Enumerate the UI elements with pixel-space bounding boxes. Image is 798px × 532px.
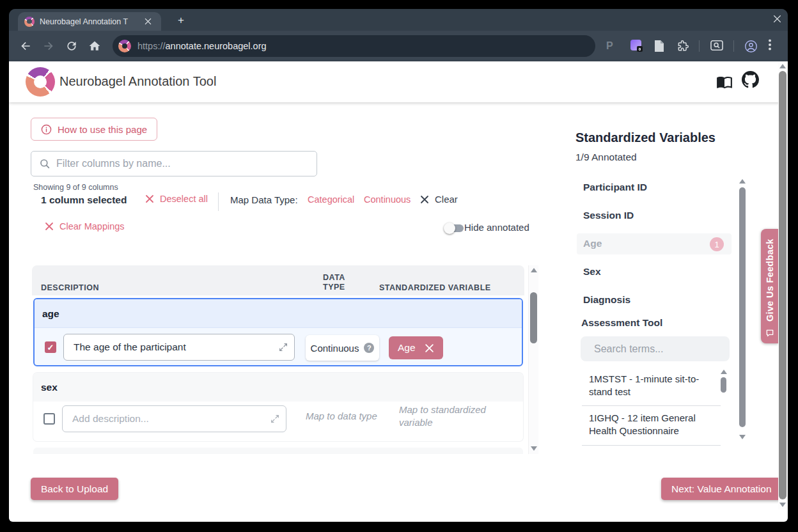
scroll-up-arrow[interactable] (721, 370, 727, 374)
scroll-up-arrow[interactable] (779, 64, 786, 68)
scroll-down-arrow[interactable] (531, 446, 537, 451)
info-icon (41, 124, 52, 135)
next-value-annotation-button[interactable]: Next: Value Annotation (661, 478, 782, 500)
url-bar[interactable]: https://annotate.neurobagel.org (113, 35, 595, 57)
row-sex-name: sex (41, 382, 58, 393)
continuous-button[interactable]: Continuous (364, 194, 411, 205)
term-item-1ighq[interactable]: 1IGHQ - 12 item General Health Questionn… (589, 412, 721, 437)
table-row-sex[interactable]: sex Map to data type Map to standardized… (33, 373, 523, 441)
row-age-header (35, 299, 522, 328)
extension-shield-icon[interactable] (630, 40, 643, 52)
feedback-bubble-icon (765, 329, 774, 338)
deselect-all-button[interactable]: Deselect all (145, 194, 208, 204)
categorical-button[interactable]: Categorical (308, 194, 354, 205)
divider (582, 445, 721, 446)
row-sex-header (33, 373, 523, 402)
expand-icon[interactable] (270, 414, 280, 424)
terms-search-field[interactable] (581, 336, 730, 361)
scroll-up-arrow[interactable] (739, 179, 746, 184)
toolbar-divider (699, 40, 700, 52)
row-age-variable-chip[interactable]: Age (389, 336, 443, 359)
divider (218, 192, 219, 211)
col-description: DESCRIPTION (41, 283, 99, 292)
hide-annotated-toggle[interactable] (444, 223, 465, 234)
page-content: Neurobagel Annotation Tool How to use th… (9, 61, 788, 522)
table-scrollbar-thumb[interactable] (530, 292, 537, 343)
tab-close-icon[interactable] (145, 18, 152, 25)
showing-columns-text: Showing 9 of 9 columns (33, 183, 118, 192)
sidebar-item-participant-id[interactable]: Participant ID (583, 182, 647, 193)
tab-search-icon[interactable] (710, 40, 723, 52)
give-feedback-label: Give Us Feedback (761, 233, 778, 327)
table-row-age[interactable]: age ✓ Continuous ? Age (33, 298, 523, 366)
github-icon[interactable] (742, 71, 759, 88)
row-sex-description-input[interactable] (63, 406, 286, 432)
close-icon (45, 222, 54, 231)
give-feedback-button[interactable]: Give Us Feedback (761, 229, 778, 343)
row-age-checkbox[interactable]: ✓ (45, 341, 56, 353)
columns-selected-text: 1 column selected (41, 194, 127, 206)
site-icon (118, 40, 131, 52)
row-age-description-input[interactable] (64, 334, 294, 360)
docs-book-icon[interactable] (716, 74, 733, 90)
clear-mappings-label: Clear Mappings (59, 221, 125, 231)
window-close-icon[interactable] (773, 15, 781, 23)
terms-search-input[interactable] (594, 343, 726, 355)
term-item-1mstst[interactable]: 1MSTST - 1-minute sit-to-stand test (589, 373, 721, 398)
close-icon (145, 194, 154, 203)
clear-label: Clear (435, 194, 458, 205)
row-sex-checkbox[interactable] (43, 413, 55, 425)
browser-tab[interactable]: Neurobagel Annotation T (18, 12, 161, 31)
home-icon[interactable] (88, 40, 101, 52)
remove-variable-icon[interactable] (425, 343, 434, 353)
row-age-description-field[interactable] (63, 334, 295, 361)
extensions-puzzle-icon[interactable] (677, 40, 689, 52)
sidebar-item-diagnosis[interactable]: Diagnosis (583, 294, 630, 306)
filter-columns-input[interactable] (56, 158, 309, 169)
clear-data-type-button[interactable]: Clear (420, 194, 458, 205)
tab-bar: Neurobagel Annotation T + (9, 9, 788, 31)
how-to-use-button[interactable]: How to use this page (31, 118, 157, 141)
reload-icon[interactable] (65, 40, 78, 52)
document-icon[interactable] (653, 40, 666, 52)
map-data-type-label: Map Data Type: (230, 194, 298, 205)
sidebar-scrollbar-thumb[interactable] (739, 187, 746, 427)
sidebar-item-sex[interactable]: Sex (583, 266, 601, 278)
annotated-count: 1/9 Annotated (575, 152, 637, 163)
page-scrollbar-thumb[interactable] (779, 71, 786, 499)
row-age-name: age (42, 308, 59, 320)
profile-icon[interactable] (744, 40, 757, 52)
page-title: Neurobagel Annotation Tool (59, 74, 216, 89)
deselect-all-label: Deselect all (160, 194, 208, 204)
sidebar-item-assessment-tool[interactable]: Assessment Tool (581, 317, 662, 329)
expand-icon[interactable] (278, 342, 288, 352)
sidebar-scrollbar[interactable] (739, 179, 746, 446)
table-scrollbar[interactable] (528, 265, 538, 454)
new-tab-button[interactable]: + (175, 14, 187, 27)
age-annotation-badge: 1 (710, 237, 724, 251)
scroll-up-arrow[interactable] (531, 268, 537, 272)
page-scrollbar[interactable] (778, 61, 788, 510)
col-standardized-variable: STANDARDIZED VARIABLE (379, 283, 491, 292)
back-to-upload-button[interactable]: Back to Upload (31, 478, 118, 500)
forward-icon[interactable] (42, 40, 55, 52)
clear-mappings-button[interactable]: Clear Mappings (45, 221, 125, 231)
password-manager-icon[interactable]: P (606, 40, 619, 53)
hide-annotated-label: Hide annotated (464, 222, 529, 233)
terms-scrollbar[interactable] (720, 370, 728, 446)
scroll-down-arrow[interactable] (779, 503, 786, 507)
url-host: annotate.neurobagel.org (166, 41, 267, 51)
back-icon[interactable] (19, 40, 32, 52)
terms-scrollbar-thumb[interactable] (721, 377, 726, 393)
row-age-variable-label: Age (398, 342, 416, 354)
sidebar-item-age[interactable]: Age (583, 238, 602, 249)
scroll-down-arrow[interactable] (739, 435, 746, 439)
help-question-icon: ? (364, 343, 374, 353)
sidebar-item-session-id[interactable]: Session ID (583, 210, 634, 221)
row-sex-data-type-placeholder: Map to data type (306, 411, 377, 421)
filter-columns-field[interactable] (31, 151, 317, 176)
row-sex-description-field[interactable] (62, 405, 286, 432)
menu-dots-icon[interactable] (769, 39, 781, 52)
row-age-data-type-button[interactable]: Continuous ? (306, 335, 379, 361)
table-header: DESCRIPTION DATA TYPE STANDARDIZED VARIA… (32, 265, 524, 295)
